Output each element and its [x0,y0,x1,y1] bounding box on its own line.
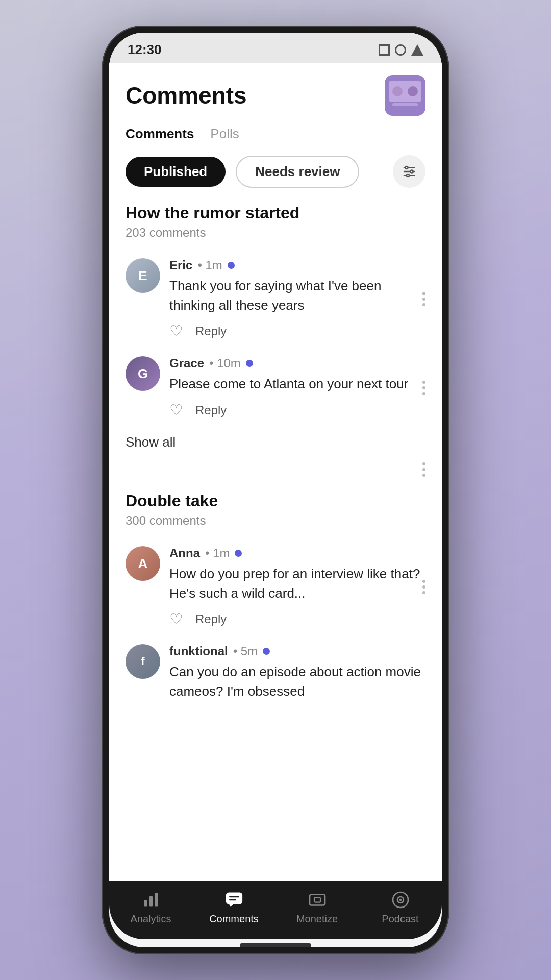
comment-text-grace: Please come to Atlanta on your next tour [169,375,425,394]
comment-item-anna: A Anna • 1m How do you prep for an inter… [109,538,442,636]
comment-time-anna: • 1m [205,546,230,560]
status-icons [379,44,423,56]
post-title-2: Double take [126,492,425,510]
monetize-icon [308,891,327,909]
avatar-funktional: f [126,644,160,679]
new-comment-dot-anna [235,550,242,557]
reply-button-eric[interactable]: Reply [195,324,227,338]
nav-item-monetize[interactable]: Monetize [287,891,348,925]
channel-avatar[interactable] [385,75,425,116]
tab-polls[interactable]: Polls [210,126,239,145]
comment-meta-eric: Eric • 1m [169,258,425,273]
tab-comments[interactable]: Comments [126,126,194,145]
svg-point-21 [399,899,402,901]
post-more-button-1[interactable] [422,462,425,477]
nav-item-podcast[interactable]: Podcast [370,891,431,925]
comment-body-anna: A Anna • 1m How do you prep for an inter… [109,538,442,636]
like-button-eric[interactable]: ♡ [169,322,183,340]
comment-author-eric: Eric [169,258,192,273]
reply-button-anna[interactable]: Reply [195,612,227,626]
comment-time-funktional: • 5m [233,644,258,658]
podcast-icon [391,891,410,909]
reply-button-grace[interactable]: Reply [195,403,227,418]
svg-point-10 [407,174,409,177]
avatar-grace: G [126,356,160,391]
comment-actions-grace: ♡ Reply [169,401,425,419]
comment-item-grace: G Grace • 10m Please come to Atlanta on … [109,348,442,427]
comment-author-anna: Anna [169,546,200,560]
comment-author-grace: Grace [169,356,204,371]
comment-meta-funktional: funktional • 5m [169,644,425,658]
nav-label-monetize: Monetize [296,913,338,925]
show-all-button-post1[interactable]: Show all [109,427,442,460]
comment-text-anna: How do you prep for an interview like th… [169,565,425,603]
comments-nav-icon [225,891,243,909]
post-section-2: Double take 300 comments [109,481,442,538]
heart-icon-anna: ♡ [169,610,183,628]
svg-point-9 [411,170,413,173]
comment-more-button-anna[interactable] [422,580,425,594]
comment-more-button-eric[interactable] [422,292,425,306]
filter-published[interactable]: Published [126,157,226,187]
svg-point-3 [408,86,418,96]
comment-more-button-grace[interactable] [422,381,425,395]
comment-text-eric: Thank you for saying what I've been thin… [169,277,425,315]
avatar-eric: E [126,258,160,293]
heart-icon-eric: ♡ [169,322,183,340]
filter-needs-review[interactable]: Needs review [236,156,359,188]
comment-meta-anna: Anna • 1m [169,546,425,560]
comment-meta-grace: Grace • 10m [169,356,425,371]
comment-author-funktional: funktional [169,644,228,658]
svg-point-2 [392,86,403,96]
post-comment-count-2: 300 comments [126,513,425,528]
comment-content-anna: Anna • 1m How do you prep for an intervi… [169,546,425,628]
svg-rect-14 [227,893,242,904]
svg-rect-17 [310,895,325,905]
bottom-navigation: Analytics Comments Monetize [109,881,442,939]
status-time: 12:30 [128,42,162,58]
avatar-anna: A [126,546,160,581]
page-title: Comments [126,82,247,109]
svg-rect-11 [144,900,147,907]
comment-body-funktional: f funktional • 5m Can you do an episode … [109,636,442,716]
heart-icon-grace: ♡ [169,401,183,419]
nav-item-comments[interactable]: Comments [204,891,265,925]
signal-icon [395,44,406,56]
comment-content-funktional: funktional • 5m Can you do an episode ab… [169,644,425,708]
comment-content-eric: Eric • 1m Thank you for saying what I've… [169,258,425,340]
battery-icon [379,44,390,56]
filter-settings-button[interactable] [393,155,425,188]
post-title-1: How the rumor started [126,204,425,223]
comment-time-grace: • 10m [209,356,241,371]
comment-content-grace: Grace • 10m Please come to Atlanta on yo… [169,356,425,419]
comment-item-eric: E Eric • 1m Thank you for saying what I'… [109,250,442,348]
comment-actions-anna: ♡ Reply [169,610,425,628]
wifi-icon [411,44,423,56]
nav-label-podcast: Podcast [382,913,418,925]
channel-avatar-image [385,75,425,116]
comment-item-funktional: f funktional • 5m Can you do an episode … [109,636,442,716]
analytics-icon [142,891,160,909]
svg-point-8 [406,166,408,169]
nav-label-analytics: Analytics [130,913,171,925]
like-button-grace[interactable]: ♡ [169,401,183,419]
home-indicator [240,943,311,947]
post-section-1: How the rumor started 203 comments [109,193,442,250]
like-button-anna[interactable]: ♡ [169,610,183,628]
svg-rect-4 [392,103,418,106]
comment-body-grace: G Grace • 10m Please come to Atlanta on … [109,348,442,427]
comment-time-eric: • 1m [197,258,222,273]
comment-body-eric: E Eric • 1m Thank you for saying what I'… [109,250,442,348]
new-comment-dot-grace [246,360,253,367]
main-content: Comments Comment [109,63,442,881]
comment-actions-eric: ♡ Reply [169,322,425,340]
svg-rect-13 [155,893,158,907]
svg-rect-18 [314,898,320,902]
filter-row: Published Needs review [109,150,442,193]
nav-item-analytics[interactable]: Analytics [120,891,182,925]
status-bar: 12:30 [109,33,442,63]
svg-rect-12 [149,896,153,907]
tabs-row: Comments Polls [109,121,442,150]
comment-text-funktional: Can you do an episode about action movie… [169,663,425,701]
new-comment-dot-funktional [263,648,270,655]
